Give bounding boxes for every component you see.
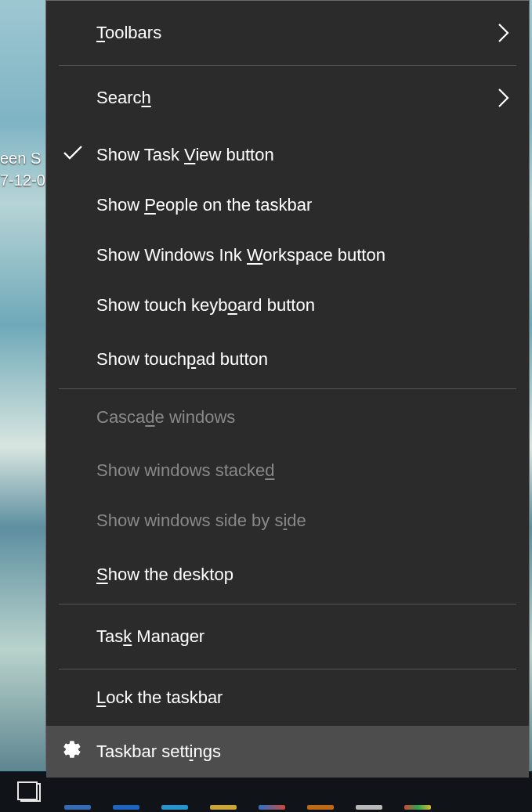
menu-item-label: Show Task View button xyxy=(96,145,274,165)
checkmark-icon xyxy=(62,144,84,166)
menu-item-label: Show touch keyboard button xyxy=(96,295,315,316)
menu-item-label: Show Windows Ink Workspace button xyxy=(96,245,385,265)
menu-item-toolbars[interactable]: Toolbars xyxy=(59,1,516,65)
menu-item-side-by-side: Show windows side by side xyxy=(59,496,516,546)
menu-item-label: Lock the taskbar xyxy=(96,687,223,708)
task-view-icon xyxy=(17,781,41,802)
menu-item-show-ink-workspace[interactable]: Show Windows Ink Workspace button xyxy=(59,230,516,280)
taskbar-app-4[interactable] xyxy=(210,778,237,805)
menu-item-label: Cascade windows xyxy=(96,407,235,428)
gear-icon xyxy=(62,739,82,764)
taskbar-app-7[interactable] xyxy=(356,778,382,805)
menu-item-show-people[interactable]: Show People on the taskbar xyxy=(59,180,516,230)
menu-item-show-touch-keyboard[interactable]: Show touch keyboard button xyxy=(59,280,516,330)
menu-item-label: Show People on the taskbar xyxy=(96,195,312,215)
taskbar-app-5[interactable] xyxy=(259,778,285,805)
menu-item-label: Toolbars xyxy=(96,23,161,43)
menu-item-search[interactable]: Search xyxy=(59,66,516,130)
taskbar-app-1[interactable] xyxy=(64,778,91,805)
menu-item-label: Show windows stacked xyxy=(96,460,274,481)
menu-item-label: Search xyxy=(96,88,151,108)
taskbar-app-3[interactable] xyxy=(161,778,188,805)
menu-item-show-desktop[interactable]: Show the desktop xyxy=(59,546,516,604)
taskbar-app-8[interactable] xyxy=(404,778,431,805)
menu-item-taskbar-settings[interactable]: Taskbar settings xyxy=(46,726,529,778)
menu-item-task-manager[interactable]: Task Manager xyxy=(59,604,516,669)
menu-item-lock-taskbar[interactable]: Lock the taskbar xyxy=(59,669,516,726)
menu-item-label: Taskbar settings xyxy=(96,742,221,762)
menu-item-show-task-view[interactable]: Show Task View button xyxy=(59,130,516,180)
menu-item-label: Show the desktop xyxy=(96,565,233,585)
menu-item-show-touchpad[interactable]: Show touchpad button xyxy=(59,330,516,388)
taskbar-app-6[interactable] xyxy=(307,778,334,805)
chevron-right-icon xyxy=(498,88,510,108)
taskbar-app-2[interactable] xyxy=(113,778,139,805)
menu-item-label: Show touchpad button xyxy=(96,349,268,370)
chevron-right-icon xyxy=(498,23,510,43)
menu-item-label: Show windows side by side xyxy=(96,511,306,531)
desktop-icon-label: een S 7-12-0 xyxy=(0,147,45,191)
menu-item-label: Task Manager xyxy=(96,626,204,647)
taskbar-context-menu: Toolbars Search Show Task View button Sh… xyxy=(45,0,530,770)
task-view-button[interactable] xyxy=(16,778,42,805)
menu-item-show-stacked: Show windows stacked xyxy=(59,446,516,496)
menu-item-cascade-windows: Cascade windows xyxy=(59,389,516,446)
